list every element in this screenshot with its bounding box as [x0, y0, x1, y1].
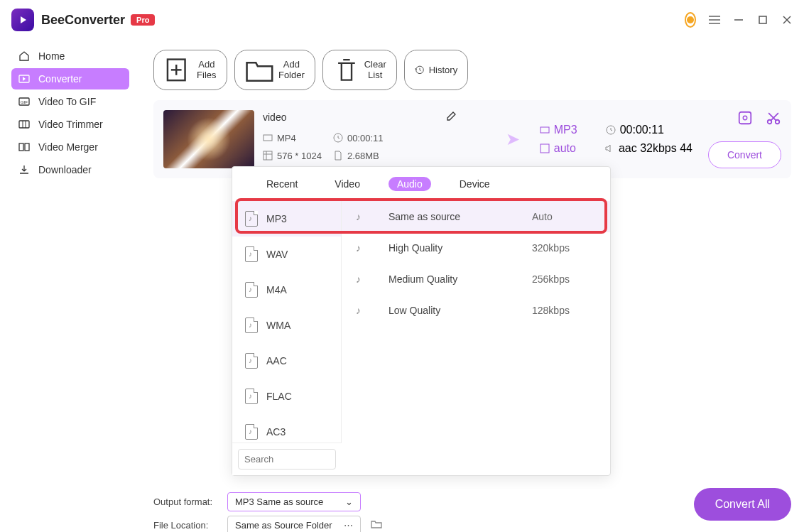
sidebar-item-trimmer[interactable]: Video Trimmer	[11, 114, 129, 135]
more-icon[interactable]: ⋯	[344, 520, 353, 531]
open-folder-icon[interactable]	[371, 519, 382, 532]
format-item-aac[interactable]: AAC	[232, 343, 341, 379]
svg-rect-7	[19, 121, 29, 128]
format-item-wma[interactable]: WMA	[232, 308, 341, 343]
convert-button[interactable]: Convert	[708, 141, 781, 168]
download-icon	[18, 164, 30, 175]
dst-profile: auto	[554, 142, 576, 155]
svg-rect-19	[540, 127, 549, 133]
music-icon: ♪	[356, 305, 369, 316]
file-location-input[interactable]: Same as Source Folder⋯	[227, 516, 361, 532]
svg-rect-11	[25, 143, 29, 151]
dimensions-icon	[540, 143, 550, 153]
audio-icon	[604, 143, 614, 153]
music-icon: ♪	[356, 242, 369, 254]
svg-rect-17	[264, 151, 272, 160]
merger-icon	[18, 141, 30, 153]
format-search-input[interactable]	[238, 449, 336, 469]
sidebar: Home Converter GIF Video To GIF Video Tr…	[0, 40, 141, 489]
history-button[interactable]: History	[404, 50, 468, 90]
video-icon	[540, 125, 550, 135]
file-icon	[333, 151, 343, 161]
maximize-button[interactable]	[757, 14, 768, 26]
tab-video[interactable]: Video	[326, 177, 369, 191]
sidebar-item-label: Downloader	[38, 164, 92, 175]
format-list[interactable]: MP3 WAV M4A WMA AAC FLAC AC3	[232, 198, 342, 475]
src-format: MP4	[277, 133, 296, 143]
svg-rect-21	[540, 144, 549, 153]
app-logo	[11, 9, 34, 31]
output-format-select[interactable]: MP3 Same as source⌄	[227, 492, 361, 511]
src-size: 2.68MB	[347, 151, 379, 161]
format-search	[232, 443, 342, 475]
sidebar-item-label: Video Trimmer	[38, 119, 103, 130]
format-popup: Recent Video Audio Device MP3 WAV M4A WM…	[232, 166, 611, 476]
dimensions-icon	[263, 151, 273, 161]
quality-item-320[interactable]: ♪High Quality320kbps	[342, 232, 610, 264]
audio-file-icon	[245, 424, 258, 440]
sidebar-item-downloader[interactable]: Downloader	[11, 159, 129, 180]
tab-audio[interactable]: Audio	[389, 177, 431, 191]
sidebar-item-label: Converter	[38, 73, 82, 85]
settings-icon[interactable]	[737, 110, 753, 126]
format-item-mp3[interactable]: MP3	[232, 201, 341, 237]
sidebar-item-label: Video Merger	[38, 141, 98, 153]
footer: Output format: MP3 Same as source⌄ File …	[0, 489, 804, 532]
add-folder-button[interactable]: Add Folder	[234, 50, 315, 90]
audio-file-icon	[245, 246, 258, 262]
dst-audio: aac 32kbps 44	[619, 142, 692, 155]
audio-file-icon	[245, 389, 258, 404]
svg-rect-10	[19, 143, 23, 151]
svg-point-23	[743, 116, 747, 120]
audio-file-icon	[245, 282, 258, 298]
sidebar-item-converter[interactable]: Converter	[11, 68, 129, 89]
menu-icon[interactable]	[709, 14, 720, 26]
sidebar-item-home[interactable]: Home	[11, 45, 129, 67]
svg-rect-22	[739, 112, 751, 124]
audio-file-icon	[245, 317, 258, 333]
music-icon: ♪	[356, 273, 369, 285]
file-title: video	[263, 112, 286, 123]
audio-file-icon	[245, 353, 258, 369]
tab-recent[interactable]: Recent	[258, 177, 306, 191]
svg-rect-16	[264, 135, 272, 141]
pro-badge: Pro	[131, 14, 155, 26]
converter-icon	[18, 73, 30, 85]
sidebar-item-label: Video To GIF	[38, 96, 96, 107]
clear-list-button[interactable]: Clear List	[322, 50, 397, 90]
toolbar: Add Files Add Folder Clear List History	[153, 40, 791, 100]
quality-item-256[interactable]: ♪Medium Quality256kbps	[342, 264, 610, 295]
sidebar-item-gif[interactable]: GIF Video To GIF	[11, 91, 129, 112]
title-bar: BeeConverter Pro	[0, 0, 804, 40]
dst-duration: 00:00:11	[620, 124, 664, 136]
quality-list: ♪Same as sourceAuto ♪High Quality320kbps…	[342, 198, 610, 475]
quality-item-128[interactable]: ♪Low Quality128kbps	[342, 295, 610, 326]
app-name: BeeConverter	[41, 13, 125, 28]
chevron-down-icon: ⌄	[345, 496, 353, 507]
file-location-label: File Location:	[153, 520, 217, 531]
user-icon[interactable]	[685, 14, 696, 26]
format-item-wav[interactable]: WAV	[232, 237, 341, 272]
quality-item-auto[interactable]: ♪Same as sourceAuto	[342, 201, 610, 232]
minimize-button[interactable]	[733, 14, 744, 26]
format-item-flac[interactable]: FLAC	[232, 379, 341, 414]
edit-title-icon[interactable]	[446, 110, 457, 124]
video-thumbnail	[163, 110, 254, 168]
video-icon	[263, 133, 273, 143]
convert-all-button[interactable]: Convert All	[694, 488, 791, 521]
format-item-m4a[interactable]: M4A	[232, 272, 341, 308]
output-format-label: Output format:	[153, 496, 217, 507]
clock-icon	[606, 125, 616, 135]
sidebar-item-merger[interactable]: Video Merger	[11, 136, 129, 158]
music-icon: ♪	[356, 211, 369, 222]
close-button[interactable]	[781, 14, 793, 26]
add-files-button[interactable]: Add Files	[153, 50, 227, 90]
svg-text:GIF: GIF	[21, 100, 28, 104]
src-dimensions: 576 * 1024	[277, 151, 322, 161]
clock-icon	[333, 133, 343, 143]
src-duration: 00:00:11	[347, 133, 384, 143]
tab-device[interactable]: Device	[451, 177, 499, 191]
home-icon	[18, 50, 30, 62]
arrow-icon: ➤	[494, 110, 531, 168]
cut-icon[interactable]	[766, 110, 781, 126]
